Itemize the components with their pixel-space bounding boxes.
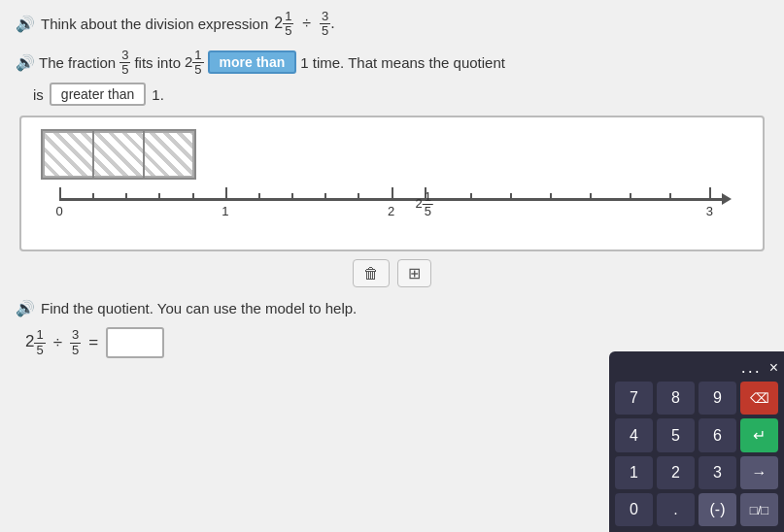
number-line: 0 1 2 (60, 198, 724, 201)
tick-r5 (630, 193, 631, 201)
numpad-0[interactable]: 0 (615, 493, 653, 526)
action-buttons: 🗑 ⊞ (16, 259, 768, 287)
header-expression: 215 ÷ 35. (274, 10, 334, 39)
line2-prefix: The fraction (39, 54, 116, 71)
tick-s1 (92, 193, 94, 201)
numpad-5[interactable]: 5 (657, 418, 695, 452)
greater-than-badge: greater than (50, 83, 147, 106)
more-than-badge: more than (208, 50, 297, 74)
numpad-fraction[interactable]: □/□ (740, 493, 778, 526)
line3-prefix: is (33, 86, 44, 103)
numpad-3[interactable]: 3 (699, 456, 736, 489)
numpad-1[interactable]: 1 (615, 456, 653, 489)
line2-mixed: 215 (185, 49, 204, 78)
tick-2: 2 (392, 187, 393, 201)
top-instruction: 🔊 Think about the division expression 21… (16, 10, 768, 39)
tick-r2 (510, 193, 512, 201)
bottom-section: 🔊 Find the quotient. You can use the mod… (16, 299, 768, 358)
tick-0: 0 (59, 187, 61, 201)
find-quotient-section: 🔊 Find the quotient. You can use the mod… (16, 299, 357, 358)
delete-button[interactable]: 🗑 (353, 259, 390, 287)
label-0: 0 (55, 204, 62, 218)
numpad-4[interactable]: 4 (615, 418, 653, 452)
tick-m3 (324, 193, 326, 201)
tick-r3 (550, 193, 552, 201)
tick-s2 (125, 193, 127, 201)
equation-row: 215 ÷ 35 = (25, 327, 357, 358)
tick-s4 (192, 193, 194, 201)
label-2-1-5: 215 (415, 190, 432, 219)
label-3: 3 (706, 204, 713, 218)
answer-input-box[interactable] (106, 327, 164, 358)
line2-middle: fits into (134, 54, 181, 71)
tick-r1 (470, 193, 472, 201)
numpad-6[interactable]: 6 (699, 418, 736, 452)
equation-div: ÷ (53, 333, 62, 352)
equation-frac2: 35 (70, 328, 81, 357)
numpad-dot[interactable]: . (657, 493, 695, 526)
third-line: is greater than 1. (33, 83, 768, 106)
tick-r4 (590, 193, 592, 201)
numpad: ... × 7 8 9 ⌫ 4 5 6 ↵ 1 2 3 → 0 . (-) □/… (609, 351, 784, 532)
label-1: 1 (222, 204, 228, 218)
tick-3: 3 (709, 187, 711, 201)
second-line: 🔊 The fraction 35 fits into 215 more tha… (16, 49, 768, 78)
numpad-7[interactable]: 7 (615, 382, 653, 415)
find-quotient-text: Find the quotient. You can use the model… (41, 300, 357, 316)
speaker-icon-bottom[interactable]: 🔊 (16, 299, 35, 317)
numpad-arrow-right[interactable]: → (740, 456, 778, 489)
tick-2-1-5: 215 (425, 187, 426, 201)
tick-m1 (258, 193, 260, 201)
tick-m4 (358, 193, 359, 201)
numpad-8[interactable]: 8 (657, 382, 695, 415)
numpad-grid: 7 8 9 ⌫ 4 5 6 ↵ 1 2 3 → 0 . (-) □/□ (615, 382, 778, 526)
tick-r6 (669, 193, 671, 201)
tick-m2 (291, 193, 293, 201)
find-quotient-line: 🔊 Find the quotient. You can use the mod… (16, 299, 357, 317)
numpad-header: ... × (615, 357, 778, 378)
numpad-9[interactable]: 9 (699, 382, 736, 415)
line2-fraction: 35 (119, 49, 130, 78)
label-2: 2 (388, 204, 394, 218)
numpad-enter-right[interactable]: ↵ (740, 418, 778, 452)
equation-mixed1: 215 (25, 328, 46, 357)
tick-1: 1 (225, 187, 227, 201)
line2-suffix: 1 time. That means the quotient (300, 54, 505, 71)
speaker-icon-line2[interactable]: 🔊 (16, 53, 35, 72)
equation-eq: = (88, 333, 98, 352)
numpad-2[interactable]: 2 (657, 456, 695, 489)
numpad-negative[interactable]: (-) (699, 493, 736, 526)
nl-wrapper: 0 1 2 (41, 135, 743, 222)
line3-suffix: 1. (152, 86, 164, 103)
main-content: 🔊 Think about the division expression 21… (0, 0, 784, 532)
numpad-delete[interactable]: ⌫ (740, 382, 778, 415)
numpad-dots: ... (741, 357, 762, 378)
speaker-icon-top[interactable]: 🔊 (16, 15, 35, 33)
add-button[interactable]: ⊞ (397, 259, 431, 287)
number-line-container: 0 1 2 (19, 116, 765, 251)
header-instruction: Think about the division expression (41, 16, 268, 32)
numpad-close-button[interactable]: × (769, 359, 778, 377)
tick-s3 (158, 193, 160, 201)
